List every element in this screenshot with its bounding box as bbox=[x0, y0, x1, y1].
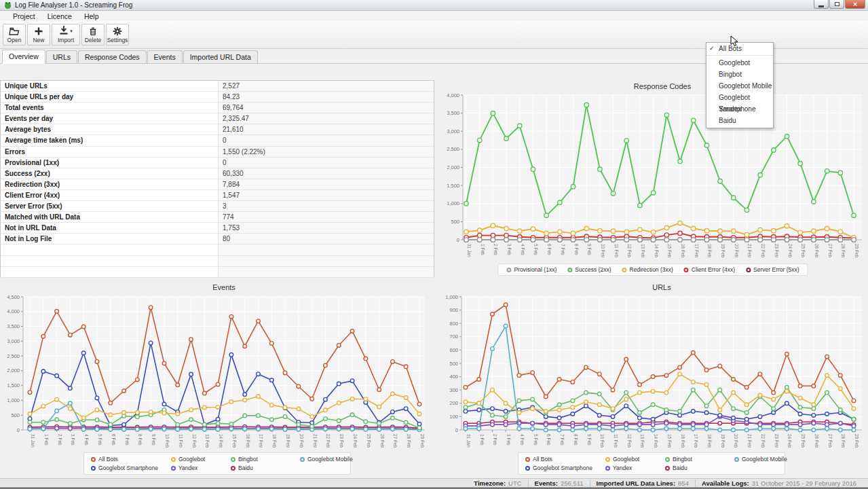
legend-item-bingbot[interactable]: Bingbot bbox=[231, 456, 300, 463]
legend-item-provisional-1xx[interactable]: Provisional (1xx) bbox=[506, 266, 556, 273]
tab-imported-url-data[interactable]: Imported URL Data bbox=[183, 50, 258, 63]
row-label: Average time taken (ms) bbox=[1, 135, 218, 145]
table-row[interactable]: Success (2xx)60,330 bbox=[1, 168, 434, 179]
legend-item-googlebot-mobile[interactable]: Googlebot Mobile bbox=[734, 456, 793, 463]
legend-item-baidu[interactable]: Baidu bbox=[665, 465, 734, 471]
svg-text:6 Feb: 6 Feb bbox=[546, 434, 551, 446]
table-row[interactable]: Unique URLs2,527 bbox=[1, 81, 434, 92]
legend-item-server-error-5xx[interactable]: Server Error (5xx) bbox=[746, 266, 799, 273]
mouse-cursor bbox=[730, 35, 740, 48]
table-row[interactable]: Client Error (4xx)1,547 bbox=[1, 190, 434, 201]
table-row[interactable]: Unique URLs per day84.23 bbox=[1, 92, 434, 103]
legend-marker-icon bbox=[605, 457, 610, 462]
status-events: Events:256,511 bbox=[528, 479, 590, 487]
legend-item-client-error-4xx[interactable]: Client Error (4xx) bbox=[684, 266, 735, 273]
legend-label: Googlebot bbox=[613, 456, 639, 463]
events-chart: 05001,0001,5002,0002,5003,0003,5004,0004… bbox=[0, 280, 434, 478]
legend-item-yandex[interactable]: Yandex bbox=[171, 465, 231, 471]
row-value: 1,753 bbox=[218, 223, 434, 233]
dropdown-item-yandex[interactable]: Yandex bbox=[706, 103, 773, 115]
svg-text:5 Feb: 5 Feb bbox=[533, 244, 538, 255]
row-label: Client Error (4xx) bbox=[1, 190, 218, 200]
legend-label: All Bots bbox=[533, 456, 552, 463]
legend-item-googlebot-smartphone[interactable]: Googlebot Smartphone bbox=[91, 465, 171, 471]
tab-overview[interactable]: Overview bbox=[2, 50, 45, 64]
svg-text:14 Feb: 14 Feb bbox=[219, 434, 223, 448]
table-row[interactable]: Not in Log File80 bbox=[1, 234, 434, 244]
legend-item-googlebot[interactable]: Googlebot bbox=[605, 456, 665, 463]
svg-text:27 Feb: 27 Feb bbox=[393, 434, 398, 448]
delete-button[interactable]: Delete bbox=[81, 24, 105, 46]
dropdown-item-googlebot[interactable]: Googlebot bbox=[706, 57, 773, 69]
legend-item-success-2xx[interactable]: Success (2xx) bbox=[567, 266, 611, 273]
legend-label: All Bots bbox=[98, 456, 118, 463]
legend-item-googlebot-smartphone[interactable]: Googlebot Smartphone bbox=[525, 465, 605, 471]
svg-text:1 Feb: 1 Feb bbox=[480, 244, 485, 255]
legend-marker-icon bbox=[622, 268, 627, 272]
legend-item-all-bots[interactable]: All Bots bbox=[525, 456, 605, 463]
table-row[interactable]: Events per day2,325.47 bbox=[1, 113, 434, 124]
svg-text:18 Feb: 18 Feb bbox=[707, 434, 712, 448]
row-label: Unique URLs per day bbox=[1, 92, 218, 102]
svg-text:19 Feb: 19 Feb bbox=[286, 434, 290, 448]
open-button[interactable]: Open bbox=[3, 24, 26, 46]
table-row[interactable]: Average bytes21,610 bbox=[1, 124, 434, 135]
table-row[interactable]: Server Error (5xx)3 bbox=[1, 201, 434, 212]
menu-help[interactable]: Help bbox=[78, 12, 105, 20]
svg-text:9 Feb: 9 Feb bbox=[587, 244, 592, 255]
new-button[interactable]: New bbox=[27, 24, 50, 46]
svg-text:26 Feb: 26 Feb bbox=[814, 434, 819, 448]
legend-item-googlebot-mobile[interactable]: Googlebot Mobile bbox=[300, 456, 358, 463]
dropdown-item-all-bots[interactable]: ✓All Bots bbox=[706, 43, 773, 54]
svg-text:28 Feb: 28 Feb bbox=[407, 434, 411, 448]
svg-text:19 Feb: 19 Feb bbox=[721, 434, 725, 448]
table-row[interactable]: Errors1,550 (2.22%) bbox=[1, 147, 434, 158]
table-row[interactable]: Matched with URL Data774 bbox=[1, 212, 434, 223]
svg-text:300: 300 bbox=[449, 387, 458, 393]
table-row[interactable]: Total events69,764 bbox=[1, 103, 434, 113]
svg-text:1,500: 1,500 bbox=[7, 382, 20, 388]
legend-item-all-bots[interactable]: All Bots bbox=[91, 456, 171, 463]
close-button[interactable]: ✕ bbox=[845, 0, 865, 9]
table-row[interactable]: Provisional (1xx)0 bbox=[1, 158, 434, 168]
row-value: 80 bbox=[218, 234, 434, 244]
legend-item-bingbot[interactable]: Bingbot bbox=[665, 456, 734, 463]
svg-text:0: 0 bbox=[457, 237, 459, 243]
svg-text:24 Feb: 24 Feb bbox=[353, 434, 358, 448]
table-row[interactable] bbox=[1, 244, 434, 255]
tab-response-codes[interactable]: Response Codes bbox=[78, 50, 147, 63]
menu-licence[interactable]: Licence bbox=[41, 12, 78, 20]
svg-text:6 Feb: 6 Feb bbox=[111, 434, 116, 446]
restore-button[interactable] bbox=[829, 0, 844, 9]
legend-item-redirection-3xx[interactable]: Redirection (3xx) bbox=[622, 266, 673, 273]
dropdown-item-bingbot[interactable]: Bingbot bbox=[706, 69, 773, 80]
row-value: 1,547 bbox=[218, 190, 434, 200]
dropdown-item-baidu[interactable]: Baidu bbox=[706, 115, 773, 126]
minimize-button[interactable] bbox=[814, 0, 829, 9]
svg-text:3,500: 3,500 bbox=[7, 323, 20, 329]
table-row[interactable] bbox=[1, 267, 434, 278]
legend-marker-icon bbox=[171, 466, 176, 471]
legend-item-yandex[interactable]: Yandex bbox=[605, 465, 665, 471]
import-button[interactable]: ▾ Import bbox=[52, 24, 80, 46]
dropdown-item-googlebot-mobile[interactable]: Googlebot Mobile bbox=[706, 80, 773, 92]
trash-icon bbox=[88, 26, 98, 37]
settings-button[interactable]: Settings bbox=[106, 24, 129, 46]
menu-project[interactable]: Project bbox=[7, 12, 41, 20]
legend-marker-icon bbox=[525, 457, 530, 462]
legend-item-baidu[interactable]: Baidu bbox=[231, 465, 300, 471]
table-row[interactable]: Average time taken (ms)0 bbox=[1, 135, 434, 146]
legend-label: Client Error (4xx) bbox=[692, 266, 735, 273]
tab-events[interactable]: Events bbox=[147, 50, 183, 63]
table-row[interactable]: Redirection (3xx)7,884 bbox=[1, 179, 434, 190]
svg-text:5 Feb: 5 Feb bbox=[98, 434, 102, 446]
dropdown-item-googlebot-smartphone[interactable]: Googlebot Smartphone bbox=[706, 92, 773, 103]
legend-label: Bingbot bbox=[238, 456, 258, 463]
legend-item-googlebot[interactable]: Googlebot bbox=[171, 456, 231, 463]
table-row[interactable]: Not in URL Data1,753 bbox=[1, 223, 434, 234]
table-row[interactable] bbox=[1, 256, 434, 267]
row-value: 0 bbox=[218, 158, 434, 168]
import-caret-icon[interactable]: ▾ bbox=[70, 29, 73, 34]
svg-text:25 Feb: 25 Feb bbox=[801, 434, 806, 448]
tab-urls[interactable]: URLs bbox=[46, 50, 77, 63]
